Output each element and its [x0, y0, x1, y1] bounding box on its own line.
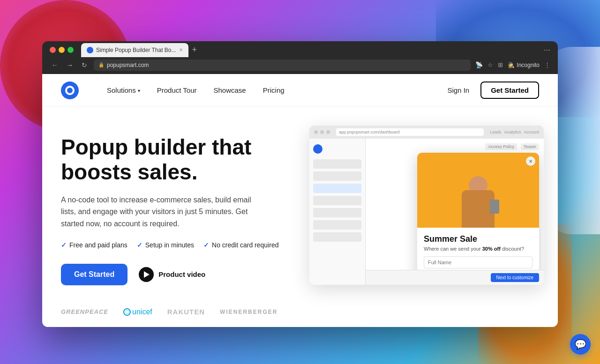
tab-controls: ⋯ [544, 46, 550, 54]
mockup-menu-2 [313, 171, 361, 181]
address-bar[interactable]: 🔒 popupsmart.com [94, 59, 471, 71]
tab-close-button[interactable]: ✕ [179, 47, 183, 52]
menu-button[interactable]: ⋮ [544, 61, 550, 68]
website-content: Solutions ▾ Product Tour Showcase Pricin… [42, 74, 558, 327]
unicef-label: unicef [132, 308, 152, 316]
logo-inner [65, 86, 75, 95]
reload-button[interactable]: ↻ [80, 60, 89, 70]
nav-solutions[interactable]: Solutions ▾ [107, 86, 140, 94]
mockup-menu-6 [313, 220, 361, 230]
mockup-url-text: app.popupsmart.com/dashboard [339, 130, 400, 134]
brand-wienerberger: wienerberger [220, 309, 278, 315]
feature-check-2: ✓ Setup in minutes [137, 241, 194, 249]
play-triangle [144, 271, 150, 278]
mockup-sidebar [309, 139, 366, 285]
product-video-button[interactable]: Product video [139, 267, 205, 282]
url-text: popupsmart.com [107, 62, 149, 68]
active-tab[interactable]: Simple Popup Builder That Bo... ✕ [81, 43, 188, 57]
traffic-lights [50, 47, 74, 53]
mockup-dot-3 [326, 130, 330, 134]
popup-desc-end: discount? [502, 246, 524, 252]
incognito-button[interactable]: 🕵 Incognito [508, 62, 540, 68]
browser-toolbar: ← → ↻ 🔒 popupsmart.com 📡 ☆ ⊞ 🕵 Incognito… [50, 59, 550, 74]
mockup-header-bar: Access Policy Teaser [370, 143, 539, 150]
mockup-menu-1 [313, 159, 361, 169]
feature-check-1: ✓ Free and paid plans [61, 241, 128, 249]
lock-icon: 🔒 [98, 62, 104, 67]
mockup-dot-1 [314, 130, 318, 134]
check-icon-3: ✓ [203, 241, 209, 249]
star-icon[interactable]: ☆ [488, 61, 493, 68]
close-traffic-light[interactable] [50, 47, 56, 53]
forward-button[interactable]: → [65, 60, 75, 70]
get-started-nav-button[interactable]: Get Started [480, 82, 539, 99]
logo[interactable] [61, 82, 79, 99]
hero-title: Popup builder that boosts sales. [61, 135, 286, 185]
check-icon-2: ✓ [137, 241, 142, 249]
mockup-url-bar: app.popupsmart.com/dashboard [336, 128, 484, 136]
mockup-nav-btns: Leads Analytics Account [490, 130, 539, 134]
chat-bubble-icon: 💬 [575, 339, 586, 350]
mockup-nav-leads: Leads [490, 130, 502, 134]
new-tab-button[interactable]: + [192, 45, 197, 55]
nav-pricing[interactable]: Pricing [263, 86, 285, 94]
back-button[interactable]: ← [50, 60, 60, 70]
mockup-menu-4 [313, 196, 361, 205]
mockup-content: Access Policy Teaser ✕ [366, 139, 544, 285]
person-body [462, 190, 495, 228]
popup-image [417, 153, 539, 228]
minimize-traffic-light[interactable] [59, 47, 65, 53]
mockup-menu-7 [313, 232, 361, 242]
popup-close-button[interactable]: ✕ [526, 156, 535, 166]
site-navigation: Solutions ▾ Product Tour Showcase Pricin… [42, 74, 558, 107]
maximize-traffic-light[interactable] [68, 47, 74, 53]
get-started-hero-button[interactable]: Get Started [61, 264, 128, 285]
incognito-icon: 🕵 [508, 62, 515, 68]
brand-logos: GREENPEACE ◯ unicef Rakuten wienerberger [61, 308, 286, 316]
mockup-bar: app.popupsmart.com/dashboard Leads Analy… [309, 126, 544, 139]
popup-discount: 30% off [482, 246, 501, 252]
feature-1-label: Free and paid plans [69, 241, 128, 249]
hero-right: app.popupsmart.com/dashboard Leads Analy… [286, 126, 539, 304]
next-to-customize-button[interactable]: Next to customize [491, 273, 539, 282]
mockup-bottom-bar: Next to customize [366, 270, 544, 285]
mockup-dot-2 [320, 130, 324, 134]
mockup-tag-2: Teaser [521, 143, 539, 150]
mockup-logo [313, 144, 322, 154]
nav-solutions-label: Solutions [107, 86, 136, 94]
brand-rakuten: Rakuten [167, 308, 205, 316]
browser-tabs: Simple Popup Builder That Bo... ✕ + ⋯ [50, 42, 550, 59]
mockup-menu-3-active [313, 184, 361, 193]
check-icon-1: ✓ [61, 241, 67, 249]
chat-widget-button[interactable]: 💬 [570, 334, 591, 355]
nav-links: Solutions ▾ Product Tour Showcase Pricin… [107, 86, 447, 94]
sign-in-button[interactable]: Sign In [447, 86, 469, 94]
feature-checks: ✓ Free and paid plans ✓ Setup in minutes… [61, 241, 286, 249]
tab-title: Simple Popup Builder That Bo... [96, 47, 176, 53]
brand-greenpeace: GREENPEACE [61, 308, 108, 315]
hero-subtitle: A no-code tool to increase e-commerce sa… [61, 194, 258, 230]
popup-title: Summer Sale [424, 234, 532, 244]
popup-name-input[interactable] [424, 256, 532, 268]
nav-actions: Sign In Get Started [447, 82, 539, 99]
nav-product-tour[interactable]: Product Tour [157, 86, 197, 94]
mockup-menu-5 [313, 208, 361, 217]
logo-circle [61, 82, 79, 99]
brand-unicef: ◯ unicef [123, 308, 152, 316]
tab-overview-icon[interactable]: ⊞ [498, 61, 503, 68]
product-mockup: app.popupsmart.com/dashboard Leads Analy… [309, 126, 544, 285]
hero-actions: Get Started Product video [61, 264, 286, 285]
chevron-down-icon: ▾ [138, 88, 140, 93]
toolbar-right: 📡 ☆ ⊞ 🕵 Incognito ⋮ [475, 61, 550, 68]
nav-showcase[interactable]: Showcase [214, 86, 246, 94]
person-phone [490, 200, 499, 214]
hero-left: Popup builder that boosts sales. A no-co… [61, 126, 286, 316]
person-figure [462, 171, 495, 228]
feature-check-3: ✓ No credit card required [203, 241, 278, 249]
feature-3-label: No credit card required [212, 241, 278, 249]
tab-favicon [87, 47, 93, 53]
hero-section: Popup builder that boosts sales. A no-co… [42, 107, 558, 327]
cast-icon: 📡 [475, 61, 483, 68]
unicef-emblem-icon: ◯ [123, 308, 131, 316]
feature-2-label: Setup in minutes [145, 241, 194, 249]
